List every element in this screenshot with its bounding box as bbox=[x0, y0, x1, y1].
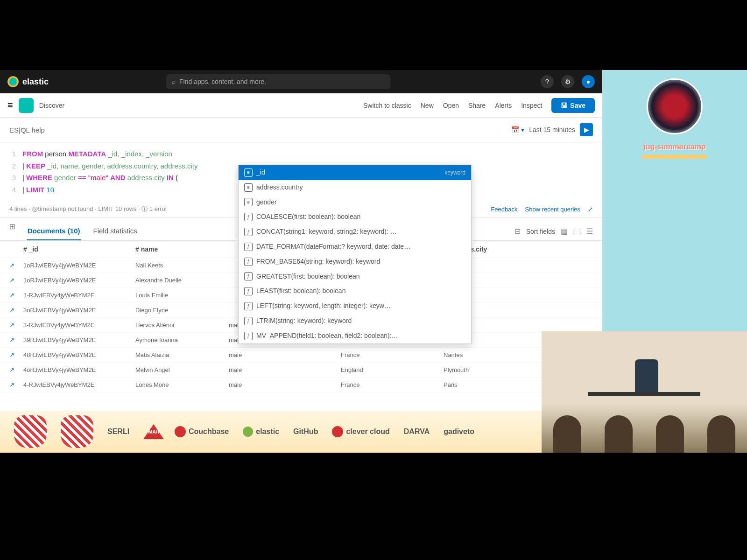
autocomplete-kind-icon: ≡ bbox=[244, 198, 253, 206]
autocomplete-popup[interactable]: ≡_idkeyword≡address.country≡genderƒCOALE… bbox=[238, 165, 472, 344]
sponsor-darva: DARVA bbox=[404, 427, 430, 436]
expand-row-icon[interactable]: ↗ bbox=[9, 307, 23, 314]
inspect-link[interactable]: Inspect bbox=[521, 102, 542, 109]
table-row[interactable]: ↗48RJwIEBVy4jyWeBYM2EMatis AlaiziamaleFr… bbox=[0, 348, 602, 363]
sponsor-github: GitHub bbox=[293, 427, 318, 436]
autocomplete-kind-icon: ƒ bbox=[244, 317, 253, 325]
conference-logo-icon bbox=[647, 78, 703, 134]
toggle-icon[interactable]: ⊟ bbox=[514, 227, 521, 236]
recent-queries-link[interactable]: Show recent queries bbox=[525, 206, 580, 213]
help-icon[interactable]: ? bbox=[541, 75, 554, 88]
search-placeholder: Find apps, content, and more. bbox=[179, 78, 266, 85]
autocomplete-kind-icon: ƒ bbox=[244, 332, 253, 340]
desk bbox=[588, 392, 700, 396]
global-search-input[interactable]: ⌕ Find apps, content, and more. bbox=[166, 74, 390, 89]
audience bbox=[542, 411, 747, 453]
app-badge[interactable] bbox=[19, 98, 34, 113]
settings-icon[interactable]: ⚙ bbox=[561, 75, 574, 88]
sandal-icon bbox=[14, 415, 47, 448]
brand-text: elastic bbox=[22, 77, 49, 87]
switch-classic-link[interactable]: Switch to classic bbox=[363, 102, 411, 109]
autocomplete-item[interactable]: ƒMV_APPEND(field1: boolean, field2: bool… bbox=[239, 329, 471, 343]
autocomplete-item[interactable]: ƒCOALESCE(first: boolean): boolean bbox=[239, 210, 471, 224]
table-row[interactable]: ↗4-RJwIEBVy4jyWeBYM2ELones MonemaleFranc… bbox=[0, 378, 602, 392]
expand-row-icon[interactable]: ↗ bbox=[9, 322, 23, 329]
expand-row-icon[interactable]: ↗ bbox=[9, 292, 23, 299]
conference-title: jug-summercamp bbox=[602, 143, 747, 151]
expand-row-icon[interactable]: ↗ bbox=[9, 336, 23, 343]
sandal-icon bbox=[61, 415, 93, 448]
table-row[interactable]: ↗4oRJwIEBVy4jyWeBYM2EMelvin AngelmaleEng… bbox=[0, 363, 602, 378]
time-range[interactable]: Last 15 minutes bbox=[529, 126, 575, 133]
speaker-silhouette bbox=[635, 359, 658, 392]
sponsor-clevercloud: clever cloud bbox=[332, 426, 389, 437]
tab-documents[interactable]: Documents (10) bbox=[27, 222, 81, 240]
new-link[interactable]: New bbox=[421, 102, 434, 109]
brand-logo[interactable]: elastic bbox=[7, 76, 49, 87]
expand-row-icon[interactable]: ↗ bbox=[9, 381, 23, 388]
speaker-camera-feed bbox=[542, 331, 747, 453]
app-header: elastic ⌕ Find apps, content, and more. … bbox=[0, 70, 602, 93]
editor-line[interactable]: 1FROM person METADATA _id, _index, _vers… bbox=[9, 148, 593, 160]
autocomplete-item[interactable]: ƒLEAST(first: boolean): boolean bbox=[239, 284, 471, 299]
open-link[interactable]: Open bbox=[443, 102, 459, 109]
sponsor-serli: SERLI bbox=[107, 427, 129, 436]
sponsor-strip: SERLI MAIF Couchbase elastic GitHub clev… bbox=[0, 411, 542, 453]
autocomplete-item[interactable]: ƒFROM_BASE64(string: keyword): keyword bbox=[239, 254, 471, 269]
autocomplete-item[interactable]: ƒLEFT(string: keyword, length: integer):… bbox=[239, 299, 471, 314]
conference-badge bbox=[642, 155, 707, 159]
tab-field-statistics[interactable]: Field statistics bbox=[92, 222, 138, 240]
alerts-link[interactable]: Alerts bbox=[495, 102, 512, 109]
conference-branding: jug-summercamp bbox=[602, 70, 747, 331]
expand-row-icon[interactable]: ↗ bbox=[9, 366, 23, 373]
autocomplete-kind-icon: ƒ bbox=[244, 228, 253, 236]
autocomplete-kind-icon: ƒ bbox=[244, 287, 253, 295]
autocomplete-kind-icon: ƒ bbox=[244, 302, 253, 310]
sponsor-couchbase: Couchbase bbox=[175, 426, 229, 437]
save-icon: 🖫 bbox=[561, 102, 567, 109]
feedback-link[interactable]: Feedback bbox=[491, 206, 517, 213]
sort-fields-button[interactable]: Sort fields bbox=[526, 228, 555, 235]
column-header[interactable] bbox=[9, 245, 23, 253]
autocomplete-kind-icon: ƒ bbox=[244, 213, 253, 221]
calendar-icon[interactable]: 📅 ▾ bbox=[511, 126, 524, 133]
table-view-icon[interactable]: ⊞ bbox=[9, 222, 15, 240]
autocomplete-item[interactable]: ≡_idkeyword bbox=[239, 165, 471, 180]
autocomplete-item[interactable]: ≡gender bbox=[239, 195, 471, 210]
column-header[interactable]: # _id bbox=[23, 245, 135, 253]
autocomplete-kind-icon: ƒ bbox=[244, 258, 253, 266]
autocomplete-kind-icon: ≡ bbox=[244, 168, 253, 177]
column-header[interactable]: # name bbox=[135, 245, 229, 253]
autocomplete-item[interactable]: ƒGREATEST(first: boolean): boolean bbox=[239, 269, 471, 284]
autocomplete-item[interactable]: ƒDATE_FORMAT(dateFormat:? keyword, date:… bbox=[239, 239, 471, 254]
autocomplete-item[interactable]: ƒLTRIM(string: keyword): keyword bbox=[239, 314, 471, 329]
share-link[interactable]: Share bbox=[468, 102, 486, 109]
page-subheader: ≡ Discover Switch to classic New Open Sh… bbox=[0, 93, 602, 118]
sponsor-maif: MAIF bbox=[143, 424, 161, 439]
user-avatar[interactable]: ● bbox=[582, 75, 595, 88]
esql-editor[interactable]: 1FROM person METADATA _id, _index, _vers… bbox=[0, 142, 602, 201]
autocomplete-item[interactable]: ≡address.country bbox=[239, 180, 471, 195]
breadcrumb[interactable]: Discover bbox=[39, 102, 64, 109]
autocomplete-kind-icon: ≡ bbox=[244, 183, 253, 192]
search-icon: ⌕ bbox=[172, 78, 176, 85]
autocomplete-kind-icon: ƒ bbox=[244, 243, 253, 251]
expand-row-icon[interactable]: ↗ bbox=[9, 262, 23, 269]
hamburger-menu-icon[interactable]: ≡ bbox=[7, 100, 13, 111]
autocomplete-item[interactable]: ƒCONCAT(string1: keyword, string2: keywo… bbox=[239, 224, 471, 239]
fullscreen-icon[interactable]: ⛶ bbox=[573, 227, 581, 236]
expand-row-icon[interactable]: ↗ bbox=[9, 277, 23, 284]
columns-icon[interactable]: ☰ bbox=[586, 227, 593, 236]
autocomplete-kind-icon: ƒ bbox=[244, 272, 253, 280]
query-bar: ES|QL help 📅 ▾ Last 15 minutes ▶ bbox=[0, 118, 602, 142]
elastic-icon bbox=[7, 76, 19, 87]
esql-help-label[interactable]: ES|QL help bbox=[9, 126, 45, 134]
run-query-button[interactable]: ▶ bbox=[580, 123, 593, 136]
expand-row-icon[interactable]: ↗ bbox=[9, 351, 23, 358]
sponsor-elastic: elastic bbox=[243, 427, 279, 437]
density-icon[interactable]: ▤ bbox=[561, 227, 568, 236]
sponsor-gadiveto: gadiveto bbox=[444, 427, 474, 436]
expand-icon[interactable]: ⤢ bbox=[588, 206, 593, 213]
status-summary: 4 lines · @timestamp not found · LIMIT 1… bbox=[9, 205, 167, 213]
save-button[interactable]: 🖫 Save bbox=[551, 98, 595, 113]
